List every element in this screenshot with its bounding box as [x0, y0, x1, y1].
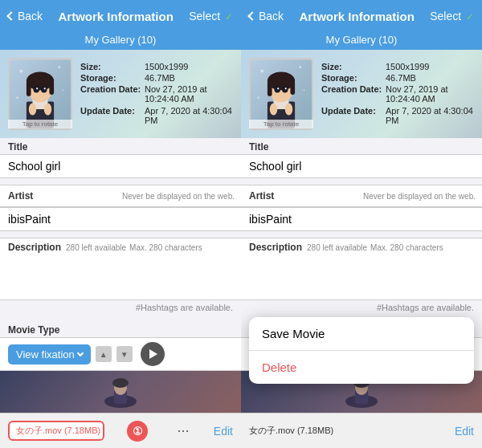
svg-point-3 [63, 89, 64, 91]
update-label-left: Update Date: [80, 106, 145, 116]
badge-left: ① [127, 421, 148, 442]
creation-value-right: Nov 27, 2019 at 10:24:40 AM [386, 84, 474, 104]
save-movie-button[interactable]: Save Movie [249, 317, 474, 351]
svg-point-37 [285, 103, 293, 115]
header-right: Back Artwork Information Select ✓ [241, 0, 482, 32]
svg-point-32 [274, 86, 280, 93]
view-fixation-left: View fixation [16, 348, 75, 360]
desc-textarea-right[interactable] [241, 256, 482, 300]
title-input-left[interactable]: School girl [0, 154, 241, 178]
back-button-right[interactable]: Back [249, 10, 284, 22]
svg-point-1 [19, 70, 22, 73]
size-label-left: Size: [80, 62, 145, 71]
svg-rect-31 [290, 81, 295, 95]
size-value-left: 1500x1999 [145, 62, 188, 71]
desc-textarea-left[interactable] [0, 256, 241, 300]
movie-controls-left: View fixation ▲ ▼ [0, 337, 241, 371]
bottom-bar-right: 女の子.mov (7.18MB) Edit [241, 413, 482, 448]
movie-prev-btn-left[interactable]: ▲ [96, 346, 112, 362]
svg-point-22 [260, 70, 263, 73]
artist-input-right[interactable]: ibisPaint [241, 207, 482, 231]
creation-label-left: Creation Date: [80, 84, 145, 94]
svg-rect-10 [49, 81, 54, 95]
select-button-left[interactable]: Select ✓ [189, 10, 233, 22]
creation-value-left: Nov 27, 2019 at 10:24:40 AM [145, 84, 233, 104]
desc-label-left: Description [8, 242, 61, 253]
update-value-right: Apr 7, 2020 at 4:30:04 PM [386, 106, 474, 125]
header-title-left: Artwork Information [43, 10, 189, 23]
content-left[interactable]: Tap to rotate Size: 1500x1999 Storage: 4… [0, 50, 241, 413]
desc-max-left: Max. 280 characters [129, 243, 202, 252]
select-button-right[interactable]: Select ✓ [430, 10, 474, 22]
chevron-left-icon [6, 11, 15, 20]
play-icon-left [149, 349, 157, 359]
storage-label-left: Storage: [80, 73, 145, 83]
hashtag-note-left: #Hashtags are available. [0, 300, 241, 315]
svg-point-11 [33, 86, 39, 93]
svg-point-23 [299, 66, 301, 68]
creation-label-right: Creation Date: [321, 84, 386, 94]
title-input-right[interactable]: School girl [241, 154, 482, 178]
svg-point-34 [277, 88, 279, 89]
movie-dropdown-left[interactable]: View fixation [8, 344, 91, 365]
artist-field-label-right: Artist [241, 185, 282, 206]
svg-point-36 [270, 103, 278, 115]
artwork-preview-left: Tap to rotate Size: 1500x1999 Storage: 4… [0, 50, 241, 138]
tap-rotate-right[interactable]: Tap to rotate [249, 120, 313, 128]
size-value-right: 1500x1999 [386, 62, 429, 71]
dots-menu-left[interactable]: ··· [171, 422, 196, 439]
artist-field-label-left: Artist [0, 185, 41, 206]
chevron-left-icon-right [247, 11, 256, 20]
context-menu-right: Save Movie Delete [249, 317, 474, 384]
title-field-label-right: Title [241, 138, 482, 154]
svg-rect-30 [268, 81, 272, 96]
artist-note-left: Never be displayed on the web. [41, 192, 241, 201]
file-name-right: 女の子.mov (7.18MB) [249, 425, 455, 437]
artist-input-left[interactable]: ibisPaint [0, 207, 241, 231]
artwork-info-left: Size: 1500x1999 Storage: 46.7MB Creation… [80, 62, 233, 127]
movie-next-btn-left[interactable]: ▼ [116, 346, 133, 362]
dropdown-chevron-left [77, 350, 84, 356]
movie-type-label-left: Movie Type [0, 321, 241, 337]
svg-point-35 [285, 88, 287, 89]
title-section-right: Title School girl [241, 138, 482, 178]
gallery-bar-right: My Gallery (10) [241, 32, 482, 50]
bottom-bar-left: 女の子.mov (7.18MB) ① ··· Edit [0, 413, 241, 448]
artist-section-right: Artist Never be displayed on the web. [241, 185, 482, 207]
desc-header-left: Description 280 left available Max. 280 … [0, 238, 241, 256]
back-button-left[interactable]: Back [8, 10, 43, 22]
svg-point-24 [304, 89, 305, 91]
artist-section-left: Artist Never be displayed on the web. [0, 185, 241, 207]
header-title-right: Artwork Information [284, 10, 430, 23]
desc-header-right: Description 280 left available Max. 280 … [241, 238, 482, 256]
desc-available-left: 280 left available [66, 243, 126, 252]
delete-button[interactable]: Delete [249, 351, 474, 384]
svg-point-14 [44, 88, 46, 89]
movie-overlay-left [0, 371, 241, 413]
edit-button-left[interactable]: Edit [214, 425, 233, 438]
update-label-right: Update Date: [321, 106, 386, 116]
left-panel: Back Artwork Information Select ✓ My Gal… [0, 0, 241, 448]
artist-note-right: Never be displayed on the web. [282, 192, 482, 201]
play-button-left[interactable] [141, 342, 165, 366]
storage-value-right: 46.7MB [386, 73, 416, 83]
svg-rect-9 [27, 81, 31, 96]
title-field-label-left: Title [0, 138, 241, 154]
edit-button-right[interactable]: Edit [455, 425, 474, 438]
desc-max-right: Max. 280 characters [370, 243, 443, 252]
back-label-right: Back [259, 10, 284, 22]
tap-rotate-left[interactable]: Tap to rotate [8, 120, 72, 128]
file-button-left[interactable]: 女の子.mov (7.18MB) [8, 421, 104, 441]
svg-point-16 [44, 103, 52, 115]
svg-point-25 [257, 96, 259, 99]
storage-value-left: 46.7MB [145, 73, 175, 83]
artwork-preview-right: Tap to rotate Size: 1500x1999 Storage: 4… [241, 50, 482, 138]
back-label-left: Back [18, 10, 43, 22]
storage-label-right: Storage: [321, 73, 386, 83]
desc-available-right: 280 left available [307, 243, 367, 252]
svg-point-2 [58, 66, 60, 68]
svg-point-13 [36, 88, 38, 89]
desc-label-right: Description [249, 242, 302, 253]
artwork-info-right: Size: 1500x1999 Storage: 46.7MB Creation… [321, 62, 474, 127]
size-label-right: Size: [321, 62, 386, 71]
